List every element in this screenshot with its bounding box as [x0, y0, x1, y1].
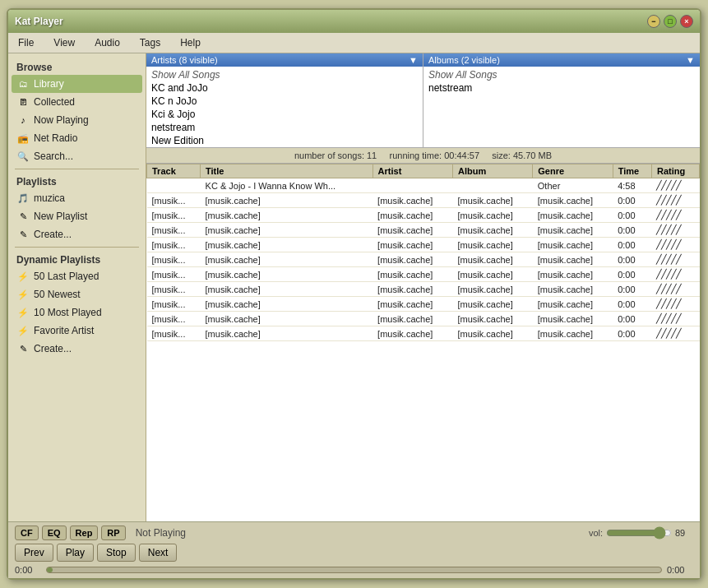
volume-slider[interactable] [606, 526, 672, 539]
cell-track: [musik... [147, 252, 201, 267]
cell-time: 0:00 [613, 267, 651, 282]
cell-artist [373, 178, 452, 193]
cell-track [147, 178, 201, 193]
rp-button[interactable]: RP [101, 525, 125, 540]
new-playlist-icon: ✎ [16, 210, 30, 223]
menu-audio[interactable]: Audio [91, 35, 123, 50]
menu-tags[interactable]: Tags [137, 35, 164, 50]
list-item[interactable]: netstream [423, 81, 700, 95]
table-row[interactable]: [musik... [musik.cache] [musik.cache] [m… [147, 297, 700, 312]
menu-file[interactable]: File [15, 35, 37, 50]
sidebar-item-now-playing[interactable]: ♪ Now Playing [12, 111, 142, 129]
sidebar-10-most-label: 10 Most Played [34, 307, 102, 318]
table-row[interactable]: KC & Jojo - I Wanna Know Wh... Other 4:5… [147, 178, 700, 193]
cell-genre: [musik.cache] [533, 208, 613, 223]
progress-fill [47, 567, 53, 572]
file-size: size: 45.70 MB [492, 150, 552, 160]
sidebar-new-playlist-label: New Playlist [34, 211, 87, 222]
artists-show-all[interactable]: Show All Songs [146, 68, 423, 81]
sidebar-item-50-last-played[interactable]: ⚡ 50 Last Played [12, 267, 142, 285]
sidebar-item-muzica[interactable]: 🎵 muzica [12, 189, 142, 207]
library-icon: 🗂 [16, 77, 30, 90]
list-item[interactable]: netstream [146, 121, 423, 134]
artists-header-label: Artists (8 visible) [151, 55, 218, 65]
sidebar-item-favorite-artist[interactable]: ⚡ Favorite Artist [12, 322, 142, 340]
now-playing-icon: ♪ [16, 113, 30, 127]
sidebar-item-50-newest[interactable]: ⚡ 50 Newest [12, 285, 142, 303]
col-time[interactable]: Time [613, 164, 651, 178]
cell-track: [musik... [147, 193, 201, 208]
artists-dropdown-icon[interactable]: ▼ [409, 55, 418, 65]
muzica-icon: 🎵 [16, 192, 30, 205]
col-artist[interactable]: Artist [373, 164, 452, 178]
minimize-button[interactable]: − [647, 15, 660, 28]
table-row[interactable]: [musik... [musik.cache] [musik.cache] [m… [147, 252, 700, 267]
sidebar-collected-label: Collected [34, 96, 75, 108]
playback-row: Prev Play Stop Next [15, 544, 693, 562]
albums-dropdown-icon[interactable]: ▼ [686, 55, 695, 65]
col-genre[interactable]: Genre [533, 164, 613, 178]
track-table: Track Title Artist Album Genre Time Rati… [146, 164, 700, 341]
artists-list[interactable]: Show All Songs KC and JoJo KC n JoJo Kci… [146, 67, 423, 147]
eq-button[interactable]: EQ [42, 525, 67, 540]
stop-button[interactable]: Stop [97, 544, 136, 562]
sidebar-item-library[interactable]: 🗂 Library [12, 75, 142, 93]
rep-button[interactable]: Rep [70, 525, 99, 540]
menu-view[interactable]: View [50, 35, 78, 50]
sidebar-item-net-radio[interactable]: 📻 Net Radio [12, 129, 142, 147]
sidebar-item-collected[interactable]: 🖹 Collected [12, 93, 142, 111]
menu-help[interactable]: Help [177, 35, 204, 50]
cell-artist: [musik.cache] [373, 267, 452, 282]
track-list[interactable]: Track Title Artist Album Genre Time Rati… [146, 164, 700, 521]
maximize-button[interactable]: □ [664, 15, 677, 28]
cell-time: 0:00 [613, 223, 651, 238]
col-track[interactable]: Track [147, 164, 201, 178]
list-item[interactable]: Kci & Jojo [146, 108, 423, 121]
list-item[interactable]: New Edition [146, 134, 423, 147]
table-row[interactable]: [musik... [musik.cache] [musik.cache] [m… [147, 312, 700, 326]
table-row[interactable]: [musik... [musik.cache] [musik.cache] [m… [147, 193, 700, 208]
net-radio-icon: 📻 [16, 132, 30, 145]
albums-list[interactable]: Show All Songs netstream [423, 67, 700, 147]
prev-button[interactable]: Prev [15, 544, 53, 562]
progress-bar[interactable] [46, 567, 662, 573]
cell-album: [musik.cache] [452, 282, 532, 297]
vol-value: 89 [675, 528, 693, 538]
cell-artist: [musik.cache] [373, 282, 452, 297]
cell-rating: ╱╱╱╱╱ [651, 326, 699, 341]
col-title[interactable]: Title [201, 164, 373, 178]
list-item[interactable]: KC and JoJo [146, 81, 423, 95]
cell-rating: ╱╱╱╱╱ [651, 252, 699, 267]
sidebar-item-create-playlist[interactable]: ✎ Create... [12, 225, 142, 243]
albums-header-label: Albums (2 visible) [428, 55, 500, 65]
sidebar-item-create-dynamic[interactable]: ✎ Create... [12, 340, 142, 358]
table-row[interactable]: [musik... [musik.cache] [musik.cache] [m… [147, 223, 700, 238]
cell-album: [musik.cache] [452, 223, 532, 238]
sidebar-item-new-playlist[interactable]: ✎ New Playlist [12, 207, 142, 225]
table-row[interactable]: [musik... [musik.cache] [musik.cache] [m… [147, 282, 700, 297]
cell-rating: ╱╱╱╱╱ [651, 223, 699, 238]
sidebar-item-10-most-played[interactable]: ⚡ 10 Most Played [12, 303, 142, 322]
cell-title: [musik.cache] [201, 238, 373, 252]
cell-genre: [musik.cache] [533, 193, 613, 208]
play-button[interactable]: Play [57, 544, 94, 562]
cell-album: [musik.cache] [452, 297, 532, 312]
list-item[interactable]: KC n JoJo [146, 95, 423, 108]
col-album[interactable]: Album [452, 164, 532, 178]
cell-genre: [musik.cache] [533, 312, 613, 326]
table-row[interactable]: [musik... [musik.cache] [musik.cache] [m… [147, 208, 700, 223]
albums-show-all[interactable]: Show All Songs [423, 68, 700, 81]
col-rating[interactable]: Rating [651, 164, 699, 178]
sidebar-item-search[interactable]: 🔍 Search... [12, 147, 142, 165]
favorite-artist-icon: ⚡ [16, 324, 30, 337]
table-row[interactable]: [musik... [musik.cache] [musik.cache] [m… [147, 267, 700, 282]
close-button[interactable]: × [680, 15, 693, 28]
table-row[interactable]: [musik... [musik.cache] [musik.cache] [m… [147, 238, 700, 252]
table-header-row: Track Title Artist Album Genre Time Rati… [147, 164, 700, 178]
cell-title: [musik.cache] [201, 297, 373, 312]
last-played-icon: ⚡ [16, 270, 30, 283]
cf-button[interactable]: CF [15, 525, 39, 540]
table-row[interactable]: [musik... [musik.cache] [musik.cache] [m… [147, 326, 700, 341]
next-button[interactable]: Next [139, 544, 178, 562]
cell-artist: [musik.cache] [373, 297, 452, 312]
